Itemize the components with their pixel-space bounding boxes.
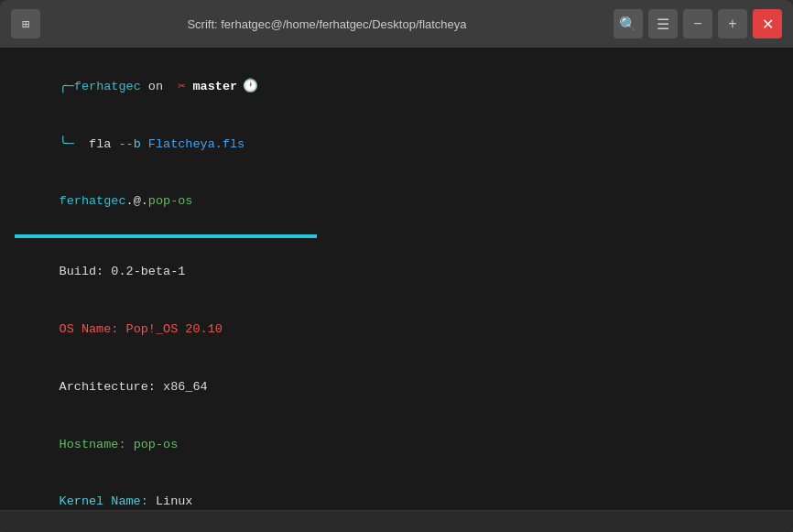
maximize-button[interactable]: + xyxy=(718,9,747,38)
progress-bar-container xyxy=(15,234,317,238)
user-part: ferhatgec xyxy=(60,194,126,208)
search-button[interactable]: 🔍 xyxy=(614,9,643,38)
prompt-branch-icon-1: ✂ xyxy=(170,80,185,93)
minimize-button[interactable]: − xyxy=(683,9,712,38)
prompt-arrow-cmd: ╰─ xyxy=(60,137,74,151)
kernel-value: Linux xyxy=(156,494,193,508)
build-label: Build: xyxy=(60,265,112,278)
host-part: pop-os xyxy=(148,194,193,208)
prompt-arrow-1: ╭─ xyxy=(60,80,74,93)
command-line-1: ╰─ fla --b Flatcheya.fls xyxy=(15,116,778,174)
prompt-clock-1: 🕐 xyxy=(243,80,258,93)
prompt-line-1: ╭─ferhatgec on ✂ master🕐 xyxy=(15,59,778,116)
prompt-branch-1: master xyxy=(185,80,237,93)
at-part: .@. xyxy=(126,194,148,208)
terminal-content[interactable]: ╭─ferhatgec on ✂ master🕐 ╰─ fla --b Flat… xyxy=(0,48,793,510)
build-value: 0.2-beta-1 xyxy=(111,265,185,278)
build-line: Build: 0.2-beta-1 xyxy=(15,244,778,301)
kernel-name-line: Kernel Name: Linux xyxy=(15,473,778,510)
progress-bar xyxy=(15,234,317,238)
kernel-label: Kernel Name: xyxy=(60,494,156,508)
window-title: Scrift: ferhatgec@/home/ferhatgec/Deskto… xyxy=(48,17,606,31)
arch-value: x86_64 xyxy=(163,380,208,394)
titlebar-controls: 🔍 ☰ − + ✕ xyxy=(614,9,782,38)
titlebar-left: ⊞ xyxy=(11,9,40,38)
command-fla: fla xyxy=(74,137,119,151)
statusbar xyxy=(0,510,793,532)
prompt-user-1: ferhatgec xyxy=(74,80,141,93)
close-button[interactable]: ✕ xyxy=(753,9,782,38)
hostname-label: Hostname: xyxy=(60,438,134,451)
os-value: Pop!_OS 20.10 xyxy=(126,322,223,336)
command-flag: --b xyxy=(118,137,140,151)
user-host-line: ferhatgec.@.pop-os xyxy=(15,174,778,232)
arch-label: Architecture: xyxy=(60,380,163,394)
app-icon-label: ⊞ xyxy=(22,16,29,32)
hostname-value: pop-os xyxy=(134,438,179,451)
menu-button[interactable]: ☰ xyxy=(648,9,678,38)
command-file: Flatcheya.fls xyxy=(141,137,244,151)
titlebar: ⊞ Scrift: ferhatgec@/home/ferhatgec/Desk… xyxy=(0,0,793,48)
prompt-on-1: on xyxy=(141,80,170,93)
terminal-window: ⊞ Scrift: ferhatgec@/home/ferhatgec/Desk… xyxy=(0,0,793,532)
os-line: OS Name: Pop!_OS 20.10 xyxy=(15,301,778,359)
hostname-line: Hostname: pop-os xyxy=(15,417,778,474)
arch-line: Architecture: x86_64 xyxy=(15,359,778,417)
os-label: OS Name: xyxy=(60,322,126,336)
app-icon: ⊞ xyxy=(11,9,40,38)
